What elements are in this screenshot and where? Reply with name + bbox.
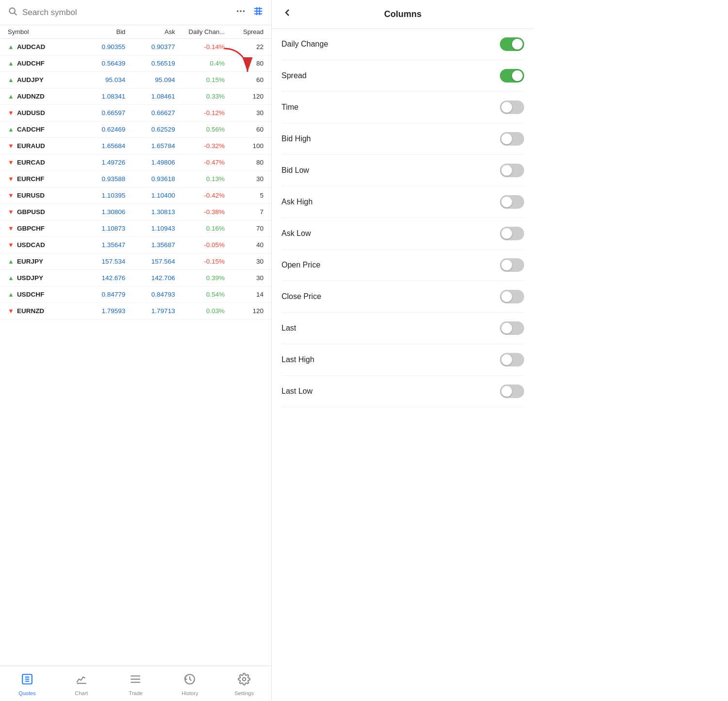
bid-value: 1.79593: [76, 307, 125, 315]
search-icon: [8, 6, 17, 18]
column-toggle-bid_low[interactable]: [500, 164, 524, 177]
symbol-cell: ▲ USDJPY: [8, 274, 76, 282]
table-row[interactable]: ▼ EURCAD 1.49726 1.49806 -0.47% 80: [0, 154, 271, 171]
ask-value: 0.56519: [125, 60, 175, 67]
symbol-cell: ▲ CADCHF: [8, 126, 76, 133]
column-option-label: Ask Low: [281, 229, 311, 238]
up-arrow-icon: ▲: [8, 76, 14, 83]
column-toggle-daily_change[interactable]: [500, 37, 524, 51]
table-row[interactable]: ▼ EURCHF 0.93588 0.93618 0.13% 30: [0, 171, 271, 187]
symbol-cell: ▲ USDCHF: [8, 291, 76, 298]
table-row[interactable]: ▲ AUDCHF 0.56439 0.56519 0.4% 80: [0, 55, 271, 72]
change-value: 0.16%: [175, 225, 225, 232]
search-bar: [0, 0, 271, 25]
toggle-slider: [500, 69, 524, 83]
column-toggle-time[interactable]: [500, 100, 524, 114]
column-toggle-open_price[interactable]: [500, 258, 524, 272]
up-arrow-icon: ▲: [8, 274, 14, 282]
toggle-slider: [500, 164, 524, 177]
change-value: 0.03%: [175, 307, 225, 315]
more-options-icon[interactable]: [235, 6, 246, 19]
spread-value: 120: [225, 93, 264, 100]
nav-history[interactable]: History: [163, 670, 217, 699]
table-row[interactable]: ▲ USDJPY 142.676 142.706 0.39% 30: [0, 270, 271, 286]
ask-value: 1.08461: [125, 93, 175, 100]
down-arrow-icon: ▼: [8, 307, 14, 315]
column-toggle-last_high[interactable]: [500, 353, 524, 367]
column-option-label: Ask High: [281, 198, 313, 206]
column-option-time: Time: [281, 92, 524, 123]
col-spread: Spread: [225, 28, 264, 35]
history-icon: [183, 673, 196, 688]
column-option-label: Open Price: [281, 261, 320, 269]
down-arrow-icon: ▼: [8, 225, 14, 232]
back-button[interactable]: [281, 7, 293, 21]
column-options-list: Daily Change Spread Time Bid High: [272, 29, 534, 701]
svg-point-0: [9, 8, 15, 14]
down-arrow-icon: ▼: [8, 241, 14, 249]
ask-value: 1.65784: [125, 142, 175, 150]
columns-title: Columns: [301, 9, 505, 19]
table-row[interactable]: ▲ CADCHF 0.62469 0.62529 0.56% 60: [0, 121, 271, 138]
table-row[interactable]: ▼ GBPUSD 1.30806 1.30813 -0.38% 7: [0, 204, 271, 220]
table-row[interactable]: ▼ GBPCHF 1.10873 1.10943 0.16% 70: [0, 220, 271, 237]
bid-value: 0.84779: [76, 291, 125, 298]
down-arrow-icon: ▼: [8, 175, 14, 183]
symbol-name: USDJPY: [17, 274, 43, 282]
change-value: 0.54%: [175, 291, 225, 298]
column-option-last_high: Last High: [281, 344, 524, 376]
column-toggle-ask_low[interactable]: [500, 227, 524, 240]
symbol-cell: ▼ EURCAD: [8, 159, 76, 166]
nav-settings[interactable]: Settings: [217, 670, 271, 699]
symbol-name: AUDCHF: [17, 60, 45, 67]
column-toggle-last_low[interactable]: [500, 384, 524, 398]
table-row[interactable]: ▼ EURUSD 1.10395 1.10400 -0.42% 5: [0, 187, 271, 204]
bid-value: 0.90355: [76, 43, 125, 50]
table-row[interactable]: ▲ AUDNZD 1.08341 1.08461 0.33% 120: [0, 88, 271, 105]
nav-chart[interactable]: Chart: [54, 670, 109, 699]
symbol-cell: ▲ EURJPY: [8, 258, 76, 265]
symbol-cell: ▼ EURCHF: [8, 175, 76, 183]
svg-point-2: [237, 10, 239, 12]
table-row[interactable]: ▲ USDCHF 0.84779 0.84793 0.54% 14: [0, 286, 271, 303]
change-value: -0.05%: [175, 241, 225, 249]
change-value: -0.15%: [175, 258, 225, 265]
down-arrow-icon: ▼: [8, 109, 14, 117]
change-value: 0.15%: [175, 76, 225, 83]
symbol-name: CADCHF: [17, 126, 45, 133]
table-row[interactable]: ▼ EURNZD 1.79593 1.79713 0.03% 120: [0, 303, 271, 319]
symbol-name: GBPUSD: [17, 208, 45, 216]
nav-quotes[interactable]: Quotes: [0, 670, 54, 699]
bid-value: 0.93588: [76, 175, 125, 183]
column-toggle-spread[interactable]: [500, 69, 524, 83]
ask-value: 1.35687: [125, 241, 175, 249]
symbol-name: AUDUSD: [17, 109, 45, 117]
table-row[interactable]: ▼ AUDUSD 0.66597 0.66627 -0.12% 30: [0, 105, 271, 121]
table-row[interactable]: ▲ AUDCAD 0.90355 0.90377 -0.14% 22: [0, 39, 271, 55]
down-arrow-icon: ▼: [8, 192, 14, 199]
ask-value: 0.62529: [125, 126, 175, 133]
column-toggle-close_price[interactable]: [500, 290, 524, 303]
toggle-slider: [500, 100, 524, 114]
column-toggle-bid_high[interactable]: [500, 132, 524, 146]
toggle-slider: [500, 384, 524, 398]
symbol-name: EURAUD: [17, 142, 45, 150]
table-row[interactable]: ▲ AUDJPY 95.034 95.094 0.15% 60: [0, 72, 271, 88]
table-row[interactable]: ▲ EURJPY 157.534 157.564 -0.15% 30: [0, 253, 271, 270]
column-option-label: Daily Change: [281, 40, 328, 49]
svg-point-4: [243, 10, 245, 12]
table-row[interactable]: ▼ USDCAD 1.35647 1.35687 -0.05% 40: [0, 237, 271, 253]
symbol-name: AUDCAD: [17, 43, 46, 50]
column-option-label: Last Low: [281, 387, 313, 396]
toggle-slider: [500, 132, 524, 146]
nav-trade[interactable]: Trade: [109, 670, 163, 699]
list-columns-icon[interactable]: [253, 6, 264, 19]
spread-value: 30: [225, 274, 264, 282]
column-toggle-ask_high[interactable]: [500, 195, 524, 209]
spread-value: 7: [225, 208, 264, 216]
search-input[interactable]: [22, 8, 231, 17]
column-toggle-last[interactable]: [500, 321, 524, 335]
bid-value: 1.35647: [76, 241, 125, 249]
table-row[interactable]: ▼ EURAUD 1.65684 1.65784 -0.32% 100: [0, 138, 271, 154]
symbol-name: USDCHF: [17, 291, 44, 298]
